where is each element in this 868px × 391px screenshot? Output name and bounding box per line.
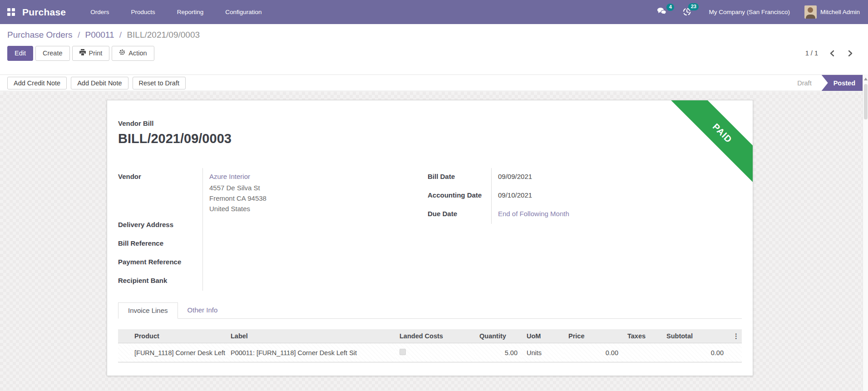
action-button[interactable]: Action <box>112 46 154 61</box>
cell-product: [FURN_1118] Corner Desk Left Sit <box>130 343 226 362</box>
payment-reference-label: Payment Reference <box>118 253 202 266</box>
cell-quantity: 5.00 <box>475 343 522 362</box>
field-recipient-bank: Recipient Bank <box>118 272 409 291</box>
field-bill-reference: Bill Reference <box>118 235 409 253</box>
chat-bubbles-icon <box>657 9 667 17</box>
chevron-left-icon[interactable] <box>830 50 834 57</box>
cell-label: P00011: [FURN_1118] Corner Desk Left Sit <box>226 343 395 362</box>
notebook-tabs: Invoice Lines Other Info <box>118 302 742 319</box>
field-delivery-address: Delivery Address <box>118 216 409 235</box>
menu-orders[interactable]: Orders <box>81 5 118 19</box>
column-quantity: Quantity <box>475 329 522 343</box>
breadcrumb-p00011[interactable]: P00011 <box>85 30 114 40</box>
vendor-value: Azure Interior 4557 De Silva St Fremont … <box>202 168 409 216</box>
pager: 1 / 1 <box>805 49 861 57</box>
statusbar: Add Credit Note Add Debit Note Reset to … <box>0 74 863 91</box>
pager-value: 1 / 1 <box>805 49 818 57</box>
top-navbar: Purchase Orders Products Reporting Confi… <box>0 0 868 24</box>
column-price: Price <box>564 329 623 343</box>
chevron-right-icon[interactable] <box>848 50 853 57</box>
menu-configuration[interactable]: Configuration <box>216 5 271 19</box>
landed-costs-checkbox <box>399 349 406 355</box>
control-panel: Purchase Orders / P00011 / BILL/2021/09/… <box>0 24 868 61</box>
cell-price: 0.00 <box>564 343 623 362</box>
bill-date-value: 09/09/2021 <box>491 168 682 187</box>
activities-badge: 23 <box>688 3 699 10</box>
cell-taxes <box>623 343 662 362</box>
clock-icon <box>682 10 691 17</box>
handle-column-header <box>118 329 130 343</box>
action-button-label: Action <box>128 49 147 58</box>
vertical-scrollbar[interactable] <box>863 74 868 391</box>
user-name: Mitchell Admin <box>820 9 860 15</box>
cell-subtotal: 0.00 <box>662 343 728 362</box>
app-window: Purchase Orders Products Reporting Confi… <box>0 0 868 391</box>
breadcrumb: Purchase Orders / P00011 / BILL/2021/09/… <box>7 30 861 40</box>
invoice-line-row[interactable]: [FURN_1118] Corner Desk Left Sit P00011:… <box>118 343 742 362</box>
field-payment-reference: Payment Reference <box>118 253 409 272</box>
field-accounting-date: Accounting Date 09/10/2021 <box>428 187 682 205</box>
menu-products[interactable]: Products <box>122 5 164 19</box>
reset-to-draft-button[interactable]: Reset to Draft <box>133 77 186 89</box>
breadcrumb-separator: / <box>75 30 83 40</box>
recipient-bank-label: Recipient Bank <box>118 272 202 284</box>
form-view-background: PAID Vendor Bill BILL/2021/09/0003 Vendo… <box>0 92 863 391</box>
optional-columns-icon[interactable]: ⋮ <box>728 329 742 343</box>
field-group-right: Bill Date 09/09/2021 Accounting Date 09/… <box>428 168 682 291</box>
statusbar-states: Draft Posted <box>787 75 863 91</box>
scrollbar-up-arrow-icon[interactable] <box>864 78 868 80</box>
vendor-link[interactable]: Azure Interior <box>209 173 250 180</box>
table-header-row: Product Label Landed Costs Quantity UoM … <box>118 329 742 343</box>
vendor-bill-sheet: PAID Vendor Bill BILL/2021/09/0003 Vendo… <box>107 100 753 376</box>
bill-date-label: Bill Date <box>428 168 491 180</box>
menu-reporting[interactable]: Reporting <box>168 5 213 19</box>
tab-other-info[interactable]: Other Info <box>178 302 227 318</box>
user-avatar <box>804 5 817 19</box>
create-button[interactable]: Create <box>35 46 70 61</box>
print-button[interactable]: Print <box>72 46 110 61</box>
column-uom: UoM <box>522 329 564 343</box>
address-line: Fremont CA 94538 <box>209 193 409 203</box>
apps-grid-icon[interactable] <box>7 8 15 16</box>
payment-reference-value <box>202 253 409 272</box>
invoice-lines-table: Product Label Landed Costs Quantity UoM … <box>118 329 742 362</box>
cell-uom: Units <box>522 343 564 362</box>
recipient-bank-value <box>202 272 409 291</box>
field-bill-date: Bill Date 09/09/2021 <box>428 168 682 187</box>
address-line: 4557 De Silva St <box>209 183 409 193</box>
vendor-address: 4557 De Silva St Fremont CA 94538 United… <box>209 183 409 214</box>
column-taxes: Taxes <box>623 329 662 343</box>
edit-button[interactable]: Edit <box>7 46 33 61</box>
activities-button[interactable]: 23 <box>680 5 694 20</box>
add-debit-note-button[interactable]: Add Debit Note <box>71 77 128 89</box>
user-menu[interactable]: Mitchell Admin <box>804 5 860 19</box>
breadcrumb-purchase-orders[interactable]: Purchase Orders <box>7 30 73 40</box>
app-name[interactable]: Purchase <box>22 7 66 18</box>
due-date-label: Due Date <box>428 205 491 218</box>
messages-button[interactable]: 4 <box>654 5 670 19</box>
state-draft[interactable]: Draft <box>787 79 821 87</box>
bill-reference-label: Bill Reference <box>118 235 202 247</box>
document-type-label: Vendor Bill <box>118 119 742 127</box>
add-credit-note-button[interactable]: Add Credit Note <box>7 77 67 89</box>
delivery-address-label: Delivery Address <box>118 216 202 228</box>
document-title: BILL/2021/09/0003 <box>118 131 742 146</box>
main-menu: Orders Products Reporting Configuration <box>81 5 271 19</box>
accounting-date-value: 09/10/2021 <box>491 187 682 205</box>
field-group-left: Vendor Azure Interior 4557 De Silva St F… <box>118 168 409 291</box>
vendor-label: Vendor <box>118 168 202 180</box>
row-handle-cell <box>118 343 130 362</box>
scrollbar-thumb[interactable] <box>864 84 868 119</box>
toolbar: Edit Create Print Action 1 / 1 <box>7 46 861 61</box>
address-line: United States <box>209 203 409 214</box>
cell-options <box>728 343 742 362</box>
navbar-systray: 4 23 My Company (San Francisco) Mitchell… <box>654 5 860 20</box>
breadcrumb-current: BILL/2021/09/0003 <box>127 30 200 40</box>
accounting-date-label: Accounting Date <box>428 187 491 199</box>
state-posted[interactable]: Posted <box>822 75 863 91</box>
column-product: Product <box>130 329 226 343</box>
field-groups: Vendor Azure Interior 4557 De Silva St F… <box>118 168 742 291</box>
company-switcher[interactable]: My Company (San Francisco) <box>704 9 794 15</box>
column-label: Label <box>226 329 395 343</box>
tab-invoice-lines[interactable]: Invoice Lines <box>118 302 178 319</box>
